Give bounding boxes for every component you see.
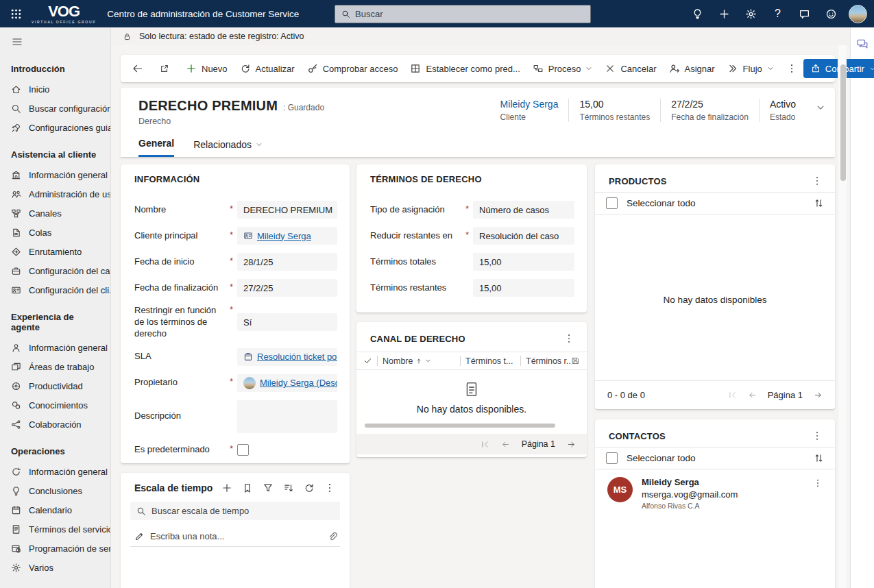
sidebar-item-productividad[interactable]: Productividad: [0, 376, 110, 395]
nombre-input[interactable]: DERECHO PREMIUM: [237, 201, 337, 219]
feedback-button[interactable]: [791, 0, 818, 27]
descripcion-input[interactable]: [237, 400, 337, 433]
quick-create-button[interactable]: [711, 0, 738, 27]
terminos-totales-input[interactable]: 15,00: [473, 253, 574, 271]
productos-more-button[interactable]: [808, 174, 827, 188]
new-button[interactable]: Nuevo: [180, 58, 234, 79]
app-launcher-button[interactable]: [0, 0, 32, 27]
sidebar-item-informacion-general-asistencia[interactable]: Información general: [0, 165, 110, 184]
sidebar-item-colaboracion[interactable]: Colaboración: [0, 415, 110, 434]
field-value: Número de casos: [479, 205, 549, 215]
tab-relacionados[interactable]: Relacionados: [193, 138, 263, 157]
sidebar-item-configuracion-caso[interactable]: Configuración del caso: [0, 261, 110, 280]
sidebar-item-varios[interactable]: Varios: [0, 558, 110, 577]
column-terminos-totales[interactable]: Términos t...: [465, 356, 515, 366]
sla-link[interactable]: Resolución ticket por pri...: [257, 352, 337, 362]
check-access-button[interactable]: Comprobar acceso: [301, 58, 404, 79]
vertical-scrollbar[interactable]: [838, 45, 847, 588]
global-search-input[interactable]: [355, 9, 584, 19]
timeline-bookmark-button[interactable]: [237, 482, 258, 493]
save-layout-icon[interactable]: [571, 356, 580, 365]
sidebar-item-administracion-usuarios[interactable]: Administración de us...: [0, 184, 110, 204]
reducir-restantes-input[interactable]: Resolución del caso: [473, 227, 574, 245]
collapse-sidebar-button[interactable]: [12, 36, 23, 47]
sort-button[interactable]: [814, 198, 824, 208]
collapse-header-button[interactable]: [816, 103, 825, 112]
tab-general[interactable]: General: [138, 138, 174, 157]
horizontal-scrollbar[interactable]: [365, 424, 555, 428]
teams-chat-icon[interactable]: [856, 38, 869, 50]
global-search[interactable]: [335, 5, 591, 23]
fecha-inicio-input[interactable]: 28/1/25: [237, 253, 337, 271]
account-button[interactable]: [845, 0, 871, 27]
contact-more-button[interactable]: [809, 477, 827, 489]
open-in-new-window-button[interactable]: [154, 58, 175, 79]
sla-lookup[interactable]: Resolución ticket por pri...: [237, 348, 337, 366]
refresh-button[interactable]: Actualizar: [234, 58, 301, 79]
sidebar-item-conclusiones[interactable]: Conclusiones: [0, 481, 110, 500]
timeline-filter-button[interactable]: [258, 482, 278, 493]
sidebar-item-label: Buscar configuración...: [29, 103, 111, 114]
sidebar-item-buscar-configuracion[interactable]: Buscar configuración...: [0, 99, 110, 118]
cliente-principal-lookup[interactable]: Mileidy Serga: [237, 227, 337, 245]
first-page-button[interactable]: [728, 391, 737, 400]
header-customer-link[interactable]: Mileidy Serga: [500, 99, 559, 110]
sidebar-item-canales[interactable]: Canales: [0, 204, 110, 223]
previous-page-button[interactable]: [501, 440, 510, 449]
set-as-default-button[interactable]: Establecer como pred...: [404, 58, 526, 79]
timeline-note-row[interactable]: [130, 526, 340, 547]
column-nombre[interactable]: Nombre: [383, 356, 455, 366]
process-button[interactable]: Proceso: [526, 58, 599, 79]
settings-button[interactable]: [738, 0, 764, 27]
select-all-checkbox[interactable]: [606, 452, 618, 464]
timeline-search[interactable]: [130, 502, 340, 520]
back-button[interactable]: [126, 58, 149, 79]
first-page-button[interactable]: [481, 440, 489, 449]
propietario-link[interactable]: Mileidy Serga (Desconectad: [260, 378, 337, 388]
cliente-principal-link[interactable]: Mileidy Serga: [257, 231, 311, 241]
sidebar-item-label: Conclusiones: [29, 486, 82, 496]
sidebar-item-programacion-servicios[interactable]: Programación de ser...: [0, 539, 110, 558]
propietario-lookup[interactable]: Mileidy Serga (Desconectad: [237, 374, 337, 392]
canal-more-button[interactable]: [559, 332, 579, 345]
timeline-create-button[interactable]: [217, 482, 237, 493]
timeline-refresh-button[interactable]: [299, 482, 319, 493]
timeline-sort-button[interactable]: [278, 482, 299, 493]
whats-new-button[interactable]: [684, 0, 711, 27]
sidebar-item-calendario[interactable]: Calendario: [0, 500, 110, 519]
contact-list-item[interactable]: MS Mileidy Serga mserga.vog@gmail.com Al…: [595, 469, 835, 510]
assign-button[interactable]: Asignar: [663, 58, 721, 79]
sidebar-item-informacion-general-operaciones[interactable]: Información general: [0, 462, 110, 481]
sidebar-item-conocimientos[interactable]: Conocimientos: [0, 395, 110, 415]
satisfaction-button[interactable]: [818, 0, 845, 27]
restringir-input[interactable]: Sí: [237, 313, 337, 331]
timeline-more-button[interactable]: [319, 482, 340, 493]
fecha-finalizacion-input[interactable]: 27/2/25: [237, 279, 337, 297]
more-commands-button[interactable]: [780, 58, 803, 79]
sidebar-item-configuraciones-guiadas[interactable]: Configuraciones guia...: [0, 118, 110, 137]
timeline-search-input[interactable]: [151, 506, 334, 516]
next-page-button[interactable]: [814, 391, 823, 400]
sidebar-item-configuracion-cliente[interactable]: Configuración del cli...: [0, 280, 110, 299]
select-all-checkbox[interactable]: [606, 197, 618, 209]
cancel-button[interactable]: Cancelar: [598, 58, 662, 79]
column-terminos-restantes[interactable]: Términos r...: [526, 356, 571, 366]
sidebar-item-areas-de-trabajo[interactable]: Áreas de trabajo: [0, 357, 110, 376]
es-predeterminado-checkbox[interactable]: [237, 444, 249, 456]
sidebar-item-informacion-general-agente[interactable]: Información general: [0, 338, 110, 357]
sidebar-item-terminos-del-servicio[interactable]: Términos del servicio: [0, 519, 110, 539]
sidebar-item-inicio[interactable]: Inicio: [0, 79, 110, 99]
help-button[interactable]: ?: [764, 0, 791, 27]
scrollbar-thumb[interactable]: [840, 64, 846, 181]
sort-button[interactable]: [814, 453, 824, 463]
select-all-check-icon[interactable]: [363, 356, 372, 365]
terminos-restantes-input[interactable]: 15,00: [473, 279, 574, 297]
sidebar-item-enrutamiento[interactable]: Enrutamiento: [0, 242, 110, 261]
previous-page-button[interactable]: [748, 391, 757, 400]
timeline-note-input[interactable]: [150, 531, 321, 541]
contactos-more-button[interactable]: [808, 429, 827, 443]
next-page-button[interactable]: [567, 440, 576, 449]
sidebar-item-colas[interactable]: Colas: [0, 223, 110, 242]
flow-button[interactable]: Flujo: [721, 58, 780, 79]
tipo-asignacion-input[interactable]: Número de casos: [473, 201, 574, 219]
